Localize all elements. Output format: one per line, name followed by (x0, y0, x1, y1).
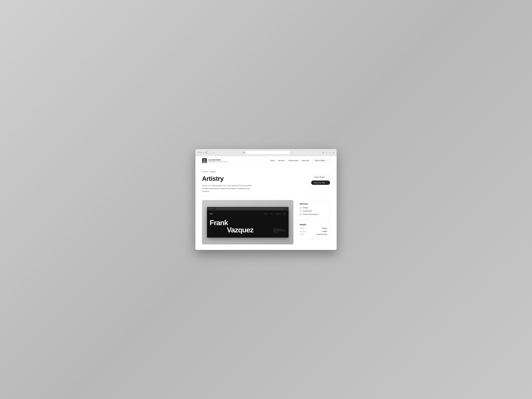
services-card: Services: ✓ Design ✓ Copywriting ✓ Frame… (297, 200, 330, 219)
inner-forward-icon: › (214, 208, 215, 209)
logo-name: Luca Da Corte (208, 159, 228, 161)
service-check-design: ✓ (300, 207, 302, 209)
inner-nav-about: About (283, 213, 286, 215)
nav-links: Work Services Testimonials About Me Get … (270, 158, 330, 163)
sidebar-cards: Services: ✓ Design ✓ Copywriting ✓ Frame… (297, 200, 330, 239)
website-content: Luca Da Corte Web designer & Framer Expe… (195, 156, 337, 250)
cta-outline-label: Get In Touch (315, 176, 325, 178)
inner-traffic-lights (208, 208, 212, 209)
extensions-button[interactable]: ⊕ (322, 151, 324, 154)
breadcrumb-parent: Portfolio (202, 171, 208, 173)
browser-controls: ‹ › (206, 151, 214, 154)
service-check-copywriting: ✓ (300, 210, 302, 212)
logo-subtitle: Web designer & Framer Expert (208, 161, 228, 162)
security-icon: ⊕ (243, 152, 245, 153)
service-label-framer: Framer Development (303, 213, 319, 215)
inner-tl-3 (211, 208, 212, 209)
address-bar-area: ⊕ ↺ (215, 151, 320, 154)
avatar (202, 158, 207, 163)
inner-icon-2: ↑ (286, 208, 287, 209)
nav-cta-label: Get In Touch (315, 159, 325, 162)
services-card-title: Services: (300, 203, 327, 205)
inner-nav-testimonials: Testimonials (275, 213, 281, 215)
service-item-copywriting: ✓ Copywriting (300, 210, 327, 212)
traffic-light-close[interactable] (197, 152, 199, 153)
inner-browser: ‹ › ⊕ ↑ (207, 207, 289, 238)
inner-site-logo: F.V. (210, 213, 213, 215)
service-item-design: ✓ Design (300, 207, 327, 209)
site-nav: Luca Da Corte Web designer & Framer Expe… (195, 156, 337, 165)
page-top-right: Get In Touch → View Live Site → (311, 175, 330, 185)
inner-nav-arrows: ‹ › (214, 208, 215, 209)
view-live-site-button[interactable]: View Live Site → (311, 181, 330, 185)
details-row-duration: Duration 1 Week (300, 230, 327, 232)
browser-actions: ⊕ ↑ + ⧉ (322, 151, 335, 154)
inner-tl-2 (210, 208, 211, 209)
inner-browser-content: F.V. Portfolio Process Testimonials Abou… (207, 211, 289, 238)
tabs-button[interactable]: ⧉ (332, 151, 335, 154)
share-button[interactable]: ↑ (326, 151, 328, 154)
traffic-lights (197, 152, 204, 153)
nav-cta-button[interactable]: Get In Touch → (313, 158, 330, 163)
breadcrumb-current: Artistry (210, 171, 215, 173)
nav-arrows: ‹ › (210, 151, 214, 154)
details-card-title: Details: (300, 223, 327, 226)
details-label-client: Client (300, 227, 304, 229)
details-value-duration: 1 Week (322, 230, 327, 232)
browser-window: ‹ › ⊕ ↺ ⊕ ↑ + ⧉ (195, 149, 337, 250)
portfolio-image: ‹ › ⊕ ↑ (202, 200, 293, 244)
nav-link-work[interactable]: Work (270, 159, 275, 162)
new-tab-button[interactable]: + (329, 151, 331, 154)
browser-chrome: ‹ › ⊕ ↺ ⊕ ↑ + ⧉ (195, 149, 337, 156)
inner-site-nav: F.V. Portfolio Process Testimonials Abou… (210, 213, 286, 215)
details-label-duration: Duration (300, 230, 306, 232)
address-bar[interactable] (246, 151, 290, 154)
breadcrumb-separator: › (209, 171, 209, 173)
details-card: Details: Client Artistry Duration 1 Week… (297, 221, 330, 239)
service-label-design: Design (303, 207, 308, 209)
get-in-touch-button[interactable]: Get In Touch → (312, 175, 330, 179)
inner-icon-1: ⊕ (285, 208, 286, 209)
inner-nav-portfolio: Portfolio (264, 213, 268, 215)
nav-link-about[interactable]: About Me (301, 159, 309, 162)
inner-back-icon: ‹ (214, 208, 214, 209)
details-row-client: Client Artistry (300, 227, 327, 229)
page-title: Artistry (202, 175, 257, 182)
page-top-left: Artistry Artistry is a sophisticated, bo… (202, 175, 257, 197)
inner-hero-desc: Digital Designer with 10 years of experi… (273, 228, 286, 234)
details-row-author: Author Luca Da Corte (300, 234, 327, 235)
cta-dark-label: View Live Site (314, 182, 325, 184)
content-area: Portfolio › Artistry Artistry Artistry i… (195, 165, 337, 250)
reload-button[interactable]: ↺ (291, 152, 293, 153)
service-check-framer: ✓ (300, 213, 302, 215)
details-value-author: Luca Da Corte (317, 234, 327, 235)
inner-hero-first: Frank (210, 219, 271, 226)
traffic-light-minimize[interactable] (200, 152, 202, 153)
inner-tl-1 (208, 208, 209, 209)
logo-text: Luca Da Corte Web designer & Framer Expe… (208, 159, 228, 162)
inner-nav-links: Portfolio Process Testimonials About (264, 213, 286, 215)
inner-nav-process: Process (269, 213, 273, 215)
details-label-author: Author (300, 234, 304, 235)
inner-browser-icons: ⊕ ↑ (285, 208, 287, 209)
traffic-light-maximize[interactable] (203, 152, 204, 153)
page-description: Artistry is a sophisticated, bold, dark,… (202, 184, 257, 193)
cta-outline-arrow: → (326, 176, 327, 178)
cta-dark-arrow: → (326, 182, 328, 184)
service-item-framer: ✓ Framer Development (300, 213, 327, 215)
nav-link-testimonials[interactable]: Testimonials (288, 159, 298, 162)
forward-button[interactable]: › (212, 151, 214, 154)
inner-hero-last: Vazquez (210, 226, 271, 234)
main-content-grid: ‹ › ⊕ ↑ (202, 200, 330, 244)
inner-browser-chrome: ‹ › ⊕ ↑ (207, 207, 289, 211)
breadcrumb: Portfolio › Artistry (202, 171, 330, 173)
sidebar-toggle-button[interactable] (206, 152, 209, 154)
inner-hero-title: Frank Vazquez (210, 219, 271, 234)
service-label-copywriting: Copywriting (303, 210, 312, 212)
details-value-client: Artistry (322, 227, 327, 229)
inner-address-bar (216, 208, 284, 210)
page-top-section: Artistry Artistry is a sophisticated, bo… (202, 175, 330, 197)
back-button[interactable]: ‹ (210, 151, 212, 154)
site-logo: Luca Da Corte Web designer & Framer Expe… (202, 158, 228, 163)
nav-link-services[interactable]: Services (278, 159, 285, 162)
